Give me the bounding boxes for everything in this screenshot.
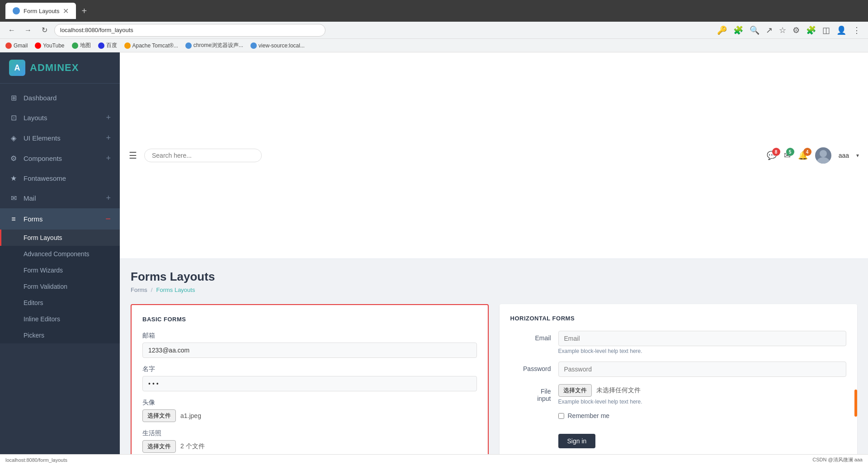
mail-icon: ✉ bbox=[9, 194, 18, 202]
signin-btn[interactable]: Sign in bbox=[558, 434, 596, 448]
bookmark-gmail[interactable]: Gmail bbox=[5, 42, 28, 49]
search-page-icon[interactable]: 🔍 bbox=[748, 23, 761, 37]
mail-expand-btn[interactable]: + bbox=[106, 193, 111, 203]
bookmark-maps[interactable]: 地图 bbox=[72, 42, 91, 49]
h-remember-spacer bbox=[510, 412, 551, 416]
reload-btn[interactable]: ↻ bbox=[38, 24, 51, 37]
photo-filename: 2 个文件 bbox=[180, 442, 205, 451]
h-password-input[interactable] bbox=[558, 362, 847, 377]
sidebar-item-mail[interactable]: ✉ Mail + bbox=[0, 188, 120, 208]
components-expand-btn[interactable]: + bbox=[106, 154, 111, 163]
h-file-wrapper: 选择文件 未选择任何文件 bbox=[558, 384, 847, 397]
browser-chrome: Form Layouts ✕ + bbox=[0, 0, 868, 22]
profile-icon[interactable]: 👤 bbox=[835, 23, 848, 37]
basic-forms-card: BASIC FORMS 邮箱 名字 头像 选择文件 bbox=[131, 304, 489, 465]
user-dropdown-btn[interactable]: ▾ bbox=[856, 152, 859, 159]
browser-tab[interactable]: Form Layouts ✕ bbox=[5, 3, 76, 19]
sidebar-item-form-layouts[interactable]: Form Layouts bbox=[0, 230, 120, 246]
share-icon[interactable]: ↗ bbox=[764, 23, 774, 37]
layouts-icon: ⊡ bbox=[9, 113, 18, 122]
sidebar-item-fontawesome[interactable]: ★ Fontawesome bbox=[0, 169, 120, 188]
photo-file-btn[interactable]: 选择文件 bbox=[142, 440, 176, 453]
notifications-btn-2[interactable]: ✉ 5 bbox=[784, 150, 791, 160]
sidebar-item-form-validation[interactable]: Form Validation bbox=[0, 278, 120, 295]
forms-grid: BASIC FORMS 邮箱 名字 头像 选择文件 bbox=[131, 304, 857, 465]
logo-letter: A bbox=[14, 63, 20, 73]
h-remember-field: Remember me bbox=[558, 412, 847, 427]
notifications-btn-3[interactable]: 🔔 4 bbox=[798, 150, 808, 160]
email-input[interactable] bbox=[142, 343, 477, 358]
bookmark-viewsource[interactable]: view-source:local... bbox=[250, 42, 305, 49]
baidu-icon bbox=[98, 42, 104, 49]
new-tab-btn[interactable]: + bbox=[81, 6, 87, 16]
bookmark-icon[interactable]: ☆ bbox=[777, 23, 788, 37]
sidebar-item-layouts[interactable]: ⊡ Layouts + bbox=[0, 108, 120, 128]
logo-icon: A bbox=[9, 60, 25, 76]
logo-text: ADMINEX bbox=[30, 62, 79, 74]
sidebar-item-ui-label: UI Elements bbox=[24, 134, 61, 142]
main-content-inner: Forms Layouts Forms / Forms Layouts BASI… bbox=[120, 259, 868, 465]
address-bar[interactable] bbox=[54, 24, 326, 37]
sidebar-item-form-wizards[interactable]: Form Wizards bbox=[0, 262, 120, 278]
sidebar-item-layouts-label: Layouts bbox=[24, 114, 47, 122]
bookmark-tomcat[interactable]: Apache Tomcat®... bbox=[124, 42, 178, 49]
h-password-label: Password bbox=[510, 362, 551, 372]
sidebar-item-pickers[interactable]: Pickers bbox=[0, 327, 120, 343]
gmail-icon bbox=[5, 42, 12, 49]
sidebar-item-components[interactable]: ⚙ Components + bbox=[0, 148, 120, 169]
notif-badge-2: 5 bbox=[786, 148, 794, 156]
layouts-expand-btn[interactable]: + bbox=[106, 113, 111, 122]
notif-badge-1: 8 bbox=[772, 148, 780, 156]
sidebar-item-fontawesome-label: Fontawesome bbox=[24, 174, 66, 182]
notif-badge-3: 4 bbox=[803, 148, 811, 156]
user-name[interactable]: aaa bbox=[839, 152, 849, 159]
sidebar-item-dashboard-label: Dashboard bbox=[24, 94, 57, 102]
bookmark-youtube[interactable]: YouTube bbox=[35, 42, 64, 49]
logo-name-start: ADMIN bbox=[30, 62, 65, 73]
ui-icon: ◈ bbox=[9, 134, 18, 142]
sidebar-item-advanced-components[interactable]: Advanced Components bbox=[0, 246, 120, 262]
photo-label: 生活照 bbox=[142, 429, 477, 437]
extension-icon[interactable]: 🧩 bbox=[731, 23, 745, 37]
avatar-label: 头像 bbox=[142, 399, 477, 407]
forward-btn[interactable]: → bbox=[22, 24, 34, 37]
status-url: localhost:8080/form_layouts bbox=[5, 457, 67, 463]
forms-collapse-btn[interactable]: − bbox=[105, 214, 111, 224]
notifications-btn-1[interactable]: 💬 8 bbox=[767, 150, 777, 160]
sidebar-icon[interactable]: ◫ bbox=[821, 23, 832, 37]
h-file-btn[interactable]: 选择文件 bbox=[558, 384, 592, 397]
extensions-icon[interactable]: 🧩 bbox=[804, 23, 818, 37]
name-input[interactable] bbox=[142, 376, 477, 391]
key-icon[interactable]: 🔑 bbox=[715, 23, 729, 37]
h-email-input[interactable] bbox=[558, 331, 847, 346]
sidebar-item-forms[interactable]: ≡ Forms − bbox=[0, 208, 120, 230]
svg-point-1 bbox=[817, 157, 830, 164]
ui-expand-btn[interactable]: + bbox=[106, 133, 111, 143]
bookmark-chrome[interactable]: chrome浏览器设声... bbox=[185, 42, 243, 49]
viewsource-icon bbox=[250, 42, 257, 49]
forms-icon: ≡ bbox=[9, 215, 18, 223]
avatar-file-btn[interactable]: 选择文件 bbox=[142, 409, 176, 422]
bookmark-viewsource-label: view-source:local... bbox=[259, 42, 305, 49]
sidebar-item-inline-editors[interactable]: Inline Editors bbox=[0, 311, 120, 327]
hamburger-btn[interactable]: ☰ bbox=[129, 150, 137, 161]
page-title: Forms Layouts bbox=[131, 270, 857, 284]
bookmark-gmail-label: Gmail bbox=[14, 42, 28, 49]
h-file-row: File input 选择文件 未选择任何文件 Example block-le… bbox=[510, 384, 847, 405]
search-input[interactable] bbox=[144, 149, 262, 162]
sidebar-item-editors[interactable]: Editors bbox=[0, 295, 120, 311]
main-content: Forms Layouts Forms / Forms Layouts BASI… bbox=[120, 259, 868, 465]
menu-icon[interactable]: ⋮ bbox=[851, 23, 863, 37]
chrome-icon[interactable]: ⚙ bbox=[791, 23, 802, 37]
breadcrumb-separator: / bbox=[151, 287, 153, 293]
bookmark-maps-label: 地图 bbox=[80, 42, 91, 49]
sidebar-item-ui[interactable]: ◈ UI Elements + bbox=[0, 128, 120, 148]
sidebar-item-dashboard[interactable]: ⊞ Dashboard bbox=[0, 88, 120, 108]
h-email-label: Email bbox=[510, 331, 551, 342]
tab-close-btn[interactable]: ✕ bbox=[63, 7, 69, 15]
breadcrumb-forms[interactable]: Forms bbox=[131, 287, 147, 293]
sidebar-item-forms-label: Forms bbox=[24, 215, 43, 223]
h-remember-check[interactable] bbox=[558, 413, 564, 419]
back-btn[interactable]: ← bbox=[5, 24, 18, 37]
bookmark-baidu[interactable]: 百度 bbox=[98, 42, 117, 49]
